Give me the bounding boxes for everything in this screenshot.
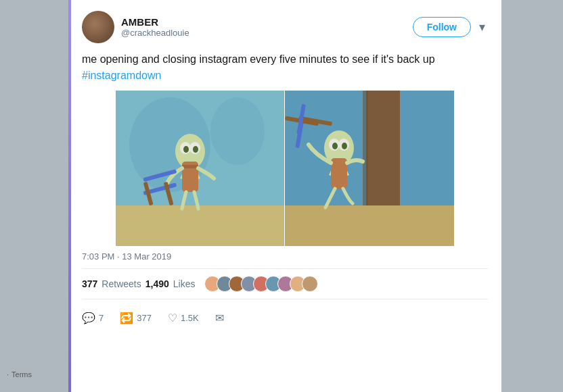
user-info: AMBER @crackheadlouie (121, 16, 189, 38)
tweet-actions: 💬 7 🔁 377 ♡ 1.5K ✉ (82, 306, 488, 324)
display-name: AMBER (121, 16, 189, 28)
svg-rect-19 (285, 205, 454, 246)
dm-button[interactable]: ✉ (215, 312, 224, 324)
liker-avatar (302, 276, 318, 292)
likes-label: Likes (173, 278, 196, 289)
left-panel: · Terms (0, 0, 68, 392)
reply-button[interactable]: 💬 7 (82, 312, 104, 324)
svg-point-23 (332, 143, 338, 149)
retweet-button[interactable]: 🔁 377 (120, 312, 152, 324)
tweet-timestamp: 7:03 PM · 13 Mar 2019 (82, 251, 488, 262)
avatar[interactable] (82, 11, 114, 43)
likes-count: 1,490 (145, 278, 169, 289)
terms-link[interactable]: · (7, 370, 9, 378)
retweets-count: 377 (82, 278, 97, 289)
like-count: 1.5K (181, 313, 199, 323)
retweet-icon: 🔁 (120, 312, 133, 324)
tweet-body: me opening and closing instagram every f… (82, 51, 488, 84)
retweet-count: 377 (137, 313, 152, 323)
reply-icon: 💬 (82, 312, 95, 324)
likers-avatar-stack (204, 276, 318, 292)
svg-rect-3 (116, 205, 285, 246)
hashtag-link[interactable]: #instagramdown (82, 70, 161, 81)
username: @crackheadlouie (121, 28, 189, 38)
svg-point-2 (210, 97, 265, 165)
tweet-left-border (68, 0, 71, 392)
chevron-down-icon[interactable]: ▾ (476, 17, 488, 37)
like-button[interactable]: ♡ 1.5K (168, 312, 199, 324)
svg-rect-10 (182, 165, 198, 168)
tweet-header: AMBER @crackheadlouie Follow ▾ (82, 11, 488, 43)
heart-icon: ♡ (168, 312, 177, 324)
terms-label[interactable]: Terms (12, 370, 32, 378)
tweet-image (82, 91, 488, 246)
tweet-card: AMBER @crackheadlouie Follow ▾ me openin… (68, 0, 501, 392)
retweets-label: Retweets (102, 278, 141, 289)
svg-point-24 (342, 143, 347, 149)
tweet-text: me opening and closing instagram every f… (82, 53, 435, 65)
svg-point-7 (183, 146, 189, 153)
svg-point-8 (193, 146, 198, 153)
follow-button[interactable]: Follow (413, 17, 471, 37)
tweet-stats: 377 Retweets 1,490 Likes (82, 268, 488, 299)
meme-image-svg (82, 91, 488, 246)
svg-rect-25 (331, 158, 347, 189)
tweet-author-section: AMBER @crackheadlouie (82, 11, 189, 43)
right-panel (501, 0, 563, 392)
envelope-icon: ✉ (215, 312, 224, 324)
tweet-header-actions: Follow ▾ (413, 17, 488, 37)
reply-count: 7 (99, 313, 104, 323)
